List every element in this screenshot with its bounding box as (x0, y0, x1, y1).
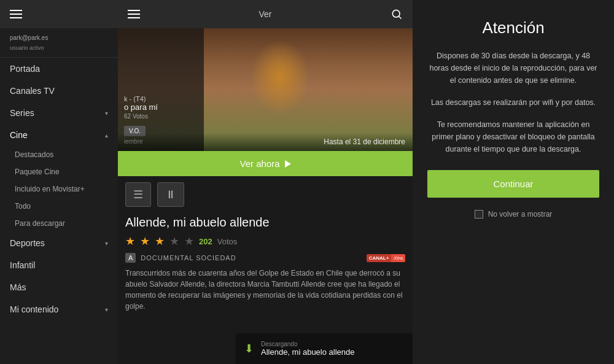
downloading-title: Descargando Allende, mi abuelo allende (261, 341, 413, 357)
sidebar-subitem-paquete-cine[interactable]: Paquete Cine (0, 163, 118, 180)
download-icon-wrap: ⬇ (244, 342, 254, 355)
no-mostrar-row: No volver a mostrar (475, 210, 553, 219)
main-search-icon[interactable] (391, 8, 403, 20)
sidebar-item-canales-tv[interactable]: Canales TV (0, 80, 118, 102)
star-5: ★ (184, 234, 194, 248)
content-title: Allende, mi abuelo allende (125, 215, 405, 230)
chevron-down-icon: ▾ (105, 110, 108, 117)
sidebar-item-portada[interactable]: Portada (0, 58, 118, 80)
main-header-left (128, 10, 140, 18)
hamburger-icon[interactable] (10, 10, 22, 18)
star-4: ★ (169, 234, 179, 248)
downloading-name: Allende, mi abuelo allende (261, 347, 413, 357)
star-3: ★ (155, 234, 165, 248)
chevron-down-icon-deportes: ▾ (105, 240, 108, 247)
modal-title: Atención (482, 18, 544, 37)
play-icon (285, 160, 291, 168)
svg-line-1 (399, 17, 402, 19)
canal-badge-wrap: CANAL+ Xtra (367, 254, 405, 262)
continuar-button[interactable]: Continuar (427, 170, 599, 198)
canal-sub: Xtra (391, 254, 405, 262)
sidebar-header (0, 0, 118, 28)
downloading-label: Descargando (261, 341, 413, 347)
no-mostrar-label: No volver a mostrar (488, 210, 553, 219)
modal-text-3: Te recomendamos mantener la aplicación e… (427, 118, 599, 155)
attention-modal: Atención Dispones de 30 días desde la de… (413, 0, 614, 364)
content-description: Transcurridos más de cuarenta años del G… (125, 268, 405, 312)
sidebar-subitem-destacados[interactable]: Destacados (0, 146, 118, 163)
vote-count: 202 (199, 237, 212, 246)
user-email: park@park.es (10, 34, 108, 41)
main-hamburger-icon[interactable] (128, 10, 140, 18)
user-plan: usuario activo (10, 45, 44, 51)
chevron-down-icon-mi-contenido: ▾ (105, 306, 108, 313)
sidebar-item-infantil[interactable]: Infantil (0, 254, 118, 276)
sidebar-item-mi-contenido[interactable]: Mi contenido ▾ (0, 298, 118, 320)
main-content-header: Ver (118, 0, 413, 28)
star-2: ★ (140, 234, 150, 248)
svg-point-0 (392, 10, 400, 17)
content-info: Allende, mi abuelo allende ★ ★ ★ ★ ★ 202… (118, 213, 413, 318)
sidebar: park@park.es usuario activo Portada Cana… (0, 0, 118, 364)
main-ver-label: Ver (258, 9, 271, 19)
list-action-button[interactable]: ☰ (125, 182, 151, 207)
pause-action-button[interactable]: ⏸ (157, 182, 184, 207)
download-arrow-icon: ⬇ (244, 343, 254, 355)
sidebar-user: park@park.es usuario activo (0, 28, 118, 58)
ver-ahora-button[interactable]: Ver ahora (118, 151, 413, 176)
badge-row: A DOCUMENTAL SOCIEDAD CANAL+ Xtra (125, 253, 405, 263)
rating-row: ★ ★ ★ ★ ★ 202 Votos (125, 234, 405, 248)
sidebar-item-series[interactable]: Series ▾ (0, 102, 118, 124)
chevron-up-icon: ▴ (105, 132, 108, 139)
star-1: ★ (125, 234, 135, 248)
sidebar-nav: Portada Canales TV Series ▾ Cine ▴ Desta… (0, 58, 118, 364)
sidebar-subitem-para-descargar[interactable]: Para descargar (0, 215, 118, 232)
sidebar-item-cine[interactable]: Cine ▴ (0, 124, 118, 146)
sidebar-subitem-incluido-movistar[interactable]: Incluido en Movistar+ (0, 180, 118, 198)
sidebar-item-deportes[interactable]: Deportes ▾ (0, 232, 118, 254)
modal-text-1: Dispones de 30 días desde la descarga, y… (427, 50, 599, 87)
modal-text-2: Las descargas se realizarán por wifi y p… (431, 96, 596, 109)
downloading-bar: ⬇ Descargando Allende, mi abuelo allende… (236, 333, 413, 364)
sidebar-item-mas[interactable]: Más (0, 276, 118, 298)
category-label: DOCUMENTAL SOCIEDAD (141, 254, 236, 261)
rating-badge: A (125, 253, 136, 263)
main-content: Ver k - (T4) o para mí 62 Votos V.O. iem… (118, 0, 413, 364)
hero-date: Hasta el 31 de diciembre (324, 137, 405, 146)
partial-votes: 62 Votos (124, 113, 198, 120)
no-mostrar-checkbox[interactable] (475, 210, 483, 219)
vote-label: Votos (217, 237, 238, 246)
partial-season: k - (T4) (124, 95, 198, 103)
canal-name: CANAL+ (367, 254, 392, 262)
sidebar-subitem-todo[interactable]: Todo (0, 198, 118, 215)
partial-subtitle: o para mí (124, 103, 198, 112)
hero-overlay: Hasta el 31 de diciembre (118, 133, 413, 151)
hero-image: k - (T4) o para mí 62 Votos V.O. iembre … (118, 28, 413, 151)
content-actions: ☰ ⏸ (118, 176, 413, 213)
